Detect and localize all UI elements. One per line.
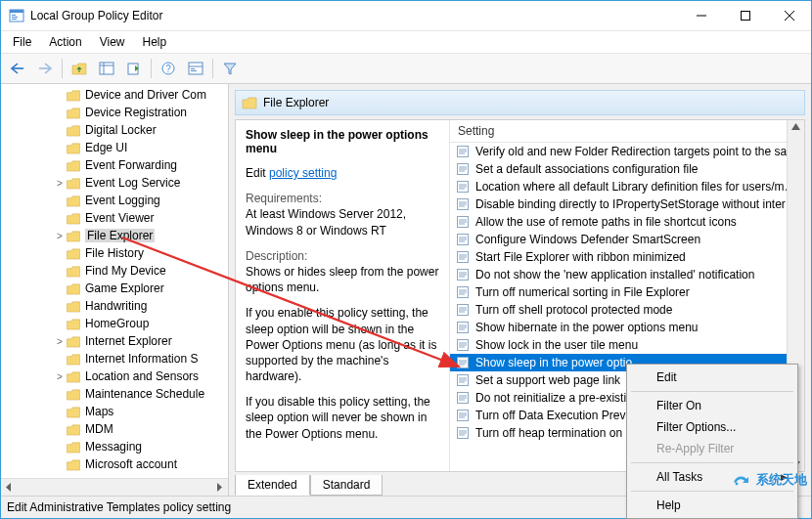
context-separator xyxy=(631,391,793,392)
svg-rect-11 xyxy=(100,63,113,74)
setting-row[interactable]: Show hibernate in the power options menu xyxy=(450,319,787,336)
folder-icon xyxy=(242,96,257,109)
description-pane: Show sleep in the power options menu Edi… xyxy=(236,120,450,471)
tree-item[interactable]: HomeGroup xyxy=(1,315,228,332)
tab-extended[interactable]: Extended xyxy=(235,475,310,496)
context-menu: EditFilter OnFilter Options...Re-Apply F… xyxy=(626,364,798,519)
description-para-2: If you disable this policy setting, the … xyxy=(246,394,439,442)
setting-row[interactable]: Allow the use of remote paths in file sh… xyxy=(450,213,787,231)
refresh-export-icon[interactable] xyxy=(123,58,145,79)
setting-row[interactable]: Do not show the 'new application install… xyxy=(450,266,787,283)
tree-item[interactable]: Device and Driver Com xyxy=(1,86,228,104)
context-separator xyxy=(631,462,793,463)
description-text: Shows or hides sleep from the power opti… xyxy=(246,265,438,294)
tree-item[interactable]: Edge UI xyxy=(1,139,228,156)
tree-pane: Device and Driver ComDevice Registration… xyxy=(1,84,229,496)
menubar: File Action View Help xyxy=(1,31,811,54)
toolbar-separator xyxy=(151,59,152,78)
setting-row[interactable]: Turn off shell protocol protected mode xyxy=(450,301,787,319)
setting-row[interactable]: Verify old and new Folder Redirection ta… xyxy=(450,143,787,160)
description-para-1: If you enable this policy setting, the s… xyxy=(246,305,439,384)
tree-item[interactable]: Maintenance Schedule xyxy=(1,385,228,403)
panel-header: File Explorer xyxy=(235,90,805,115)
tab-standard[interactable]: Standard xyxy=(310,475,383,496)
svg-rect-19 xyxy=(191,68,195,69)
tree-item[interactable]: >Location and Sensors xyxy=(1,368,228,385)
setting-row[interactable]: Turn off numerical sorting in File Explo… xyxy=(450,283,787,301)
tree-item[interactable]: Messaging xyxy=(1,438,228,455)
context-item[interactable]: Help xyxy=(629,495,795,516)
tree-item[interactable]: Internet Information S xyxy=(1,350,228,368)
edit-policy-link[interactable]: policy setting xyxy=(269,166,337,180)
forward-button[interactable] xyxy=(34,58,56,79)
toolbar: ? xyxy=(1,54,811,84)
properties-icon[interactable] xyxy=(185,58,206,79)
setting-row[interactable]: Show lock in the user tile menu xyxy=(450,336,787,354)
context-separator xyxy=(631,491,793,492)
maximize-button[interactable] xyxy=(723,1,767,30)
up-folder-icon[interactable] xyxy=(68,58,90,79)
svg-rect-3 xyxy=(12,17,18,18)
setting-row[interactable]: Location where all default Library defin… xyxy=(450,178,787,195)
menu-action[interactable]: Action xyxy=(41,33,89,51)
tree-item[interactable]: Device Registration xyxy=(1,104,228,121)
settings-column-header[interactable]: Setting xyxy=(450,120,787,143)
tree-item[interactable]: >Event Log Service xyxy=(1,174,228,192)
svg-text:?: ? xyxy=(165,64,171,74)
context-item[interactable]: Edit xyxy=(629,367,795,388)
tree-horizontal-scrollbar[interactable] xyxy=(1,478,228,496)
tree-item[interactable]: Game Explorer xyxy=(1,280,228,297)
tree-item[interactable]: File History xyxy=(1,244,228,262)
tree-item[interactable]: Event Logging xyxy=(1,192,228,209)
tree-item[interactable]: Find My Device xyxy=(1,262,228,280)
context-item[interactable]: Filter Options... xyxy=(629,416,795,438)
tree-item[interactable]: Microsoft account xyxy=(1,455,228,473)
tree-item[interactable]: Handwriting xyxy=(1,297,228,315)
svg-rect-20 xyxy=(191,70,197,71)
svg-rect-1 xyxy=(10,10,23,13)
svg-rect-4 xyxy=(12,19,17,20)
menu-file[interactable]: File xyxy=(5,33,39,51)
back-button[interactable] xyxy=(7,58,28,79)
tree-item[interactable]: >Internet Explorer xyxy=(1,332,228,350)
titlebar: Local Group Policy Editor xyxy=(1,1,811,31)
tree-item[interactable]: MDM xyxy=(1,420,228,438)
window-title: Local Group Policy Editor xyxy=(30,9,679,22)
tree[interactable]: Device and Driver ComDevice Registration… xyxy=(1,84,228,478)
requirements-heading: Requirements: xyxy=(246,192,322,205)
context-item[interactable]: Filter On xyxy=(629,395,795,416)
edit-label: Edit xyxy=(246,166,269,180)
toolbar-separator xyxy=(212,59,213,78)
setting-row[interactable]: Configure Windows Defender SmartScreen xyxy=(450,231,787,248)
app-icon xyxy=(9,8,24,23)
tree-item[interactable]: Maps xyxy=(1,403,228,420)
toolbar-separator xyxy=(62,59,63,78)
filter-icon[interactable] xyxy=(219,58,241,79)
panel-title: File Explorer xyxy=(263,96,329,109)
close-button[interactable] xyxy=(767,1,811,30)
svg-rect-2 xyxy=(12,15,16,16)
list-view-icon[interactable] xyxy=(96,58,117,79)
requirements-text: At least Windows Server 2012, Windows 8 … xyxy=(246,207,406,237)
minimize-button[interactable] xyxy=(679,1,723,30)
setting-row[interactable]: Start File Explorer with ribbon minimize… xyxy=(450,248,787,266)
description-heading: Description: xyxy=(246,249,307,263)
setting-row[interactable]: Disable binding directly to IPropertySet… xyxy=(450,195,787,213)
setting-row[interactable]: Set a default associations configuration… xyxy=(450,160,787,178)
tree-item[interactable]: >File Explorer xyxy=(1,227,228,244)
menu-view[interactable]: View xyxy=(92,33,133,51)
tree-item[interactable]: Digital Locker xyxy=(1,121,228,139)
svg-rect-6 xyxy=(741,12,749,21)
tree-item[interactable]: Event Forwarding xyxy=(1,156,228,174)
context-item: Re-Apply Filter xyxy=(629,438,795,459)
tree-item[interactable]: Event Viewer xyxy=(1,209,228,227)
watermark: 系统天地 xyxy=(731,469,807,491)
svg-point-90 xyxy=(736,483,739,486)
menu-help[interactable]: Help xyxy=(135,33,175,51)
selected-setting-title: Show sleep in the power options menu xyxy=(246,128,439,155)
help-icon[interactable]: ? xyxy=(158,58,179,79)
